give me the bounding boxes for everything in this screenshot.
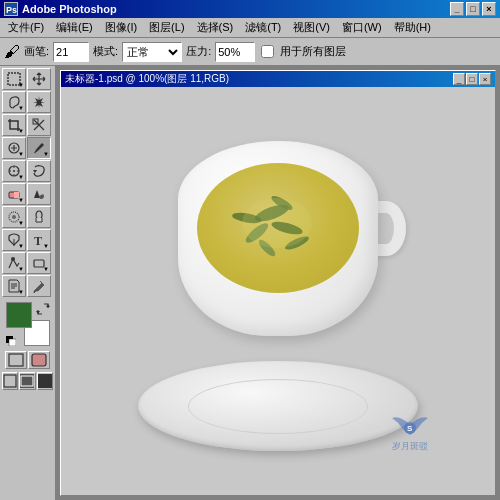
options-bar: 🖌 画笔: 模式: 正常 溶解 正片叠底 压力: 用于所有图层	[0, 38, 500, 66]
menu-filter[interactable]: 滤镜(T)	[239, 18, 287, 37]
pressure-input[interactable]	[215, 42, 255, 62]
menu-file[interactable]: 文件(F)	[2, 18, 50, 37]
watermark: S 岁月斑驳	[390, 410, 430, 453]
tool-heal[interactable]: ▼	[2, 137, 26, 159]
watermark-text: 岁月斑驳	[392, 440, 428, 453]
menu-window[interactable]: 窗口(W)	[336, 18, 388, 37]
tool-label: 画笔:	[24, 44, 49, 59]
doc-close-button[interactable]: ×	[479, 73, 491, 85]
tool-crop[interactable]: ▼	[2, 114, 26, 136]
quick-mask-button[interactable]	[28, 351, 50, 369]
canvas-image: S 岁月斑驳	[118, 121, 438, 461]
menu-layer[interactable]: 图层(L)	[143, 18, 190, 37]
brush-size-input[interactable]	[53, 42, 89, 62]
cup-body	[178, 141, 378, 336]
watermark-logo: S	[390, 410, 430, 440]
tool-history-brush[interactable]	[27, 160, 51, 182]
menu-help[interactable]: 帮助(H)	[388, 18, 437, 37]
fullscreen-menu-button[interactable]	[19, 372, 35, 390]
toolbar-row-10: ▼	[2, 275, 53, 297]
svg-text:Ps: Ps	[6, 5, 17, 15]
tool-clone[interactable]: ▼	[2, 160, 26, 182]
tool-slice[interactable]	[27, 114, 51, 136]
toolbar-row-7: ▼	[2, 206, 53, 228]
toolbar-row-8: ▼ T ▼	[2, 229, 53, 251]
doc-minimize-button[interactable]: _	[453, 73, 465, 85]
all-layers-checkbox[interactable]	[261, 45, 274, 58]
svg-point-30	[242, 198, 312, 248]
menu-view[interactable]: 视图(V)	[287, 18, 336, 37]
menu-edit[interactable]: 编辑(E)	[50, 18, 99, 37]
workspace: ▼ ▼ ▼ ▼	[0, 66, 500, 500]
tool-dodge[interactable]	[27, 206, 51, 228]
tool-marquee[interactable]: ▼	[2, 68, 26, 90]
close-button[interactable]: ×	[482, 2, 496, 16]
app-icon: Ps	[4, 2, 18, 16]
document-title: 未标器-1.psd @ 100%(图层 11,RGB)	[65, 72, 452, 86]
saucer-inner	[188, 379, 368, 434]
menu-image[interactable]: 图像(I)	[99, 18, 143, 37]
svg-rect-18	[32, 354, 46, 366]
quick-mask-row	[2, 351, 53, 369]
tool-move[interactable]	[27, 68, 51, 90]
pressure-label: 压力:	[186, 44, 211, 59]
all-layers-label: 用于所有图层	[280, 44, 346, 59]
toolbar: ▼ ▼ ▼ ▼	[0, 66, 56, 500]
title-bar-controls: _ □ ×	[450, 2, 496, 16]
toolbar-row-1: ▼	[2, 68, 53, 90]
svg-text:S: S	[407, 424, 413, 433]
minimize-button[interactable]: _	[450, 2, 464, 16]
document-content[interactable]: S 岁月斑驳	[61, 87, 495, 495]
content-area: 未标器-1.psd @ 100%(图层 11,RGB) _ □ ×	[56, 66, 500, 500]
tool-blur[interactable]: ▼	[2, 206, 26, 228]
svg-point-10	[12, 215, 16, 219]
svg-point-6	[13, 170, 15, 172]
foreground-color-swatch[interactable]	[6, 302, 32, 328]
toolbar-row-9: ▼ ▼	[2, 252, 53, 274]
screen-mode-row	[2, 372, 53, 390]
saucer	[138, 361, 418, 451]
svg-rect-17	[9, 354, 23, 366]
toolbar-row-2: ▼	[2, 91, 53, 113]
svg-rect-16	[9, 339, 16, 346]
svg-text:T: T	[34, 234, 42, 247]
menu-bar: 文件(F) 编辑(E) 图像(I) 图层(L) 选择(S) 滤镜(T) 视图(V…	[0, 18, 500, 38]
document-title-bar: 未标器-1.psd @ 100%(图层 11,RGB) _ □ ×	[61, 71, 495, 87]
tool-shape[interactable]: ▼	[27, 252, 51, 274]
tool-notes[interactable]: ▼	[2, 275, 26, 297]
swap-colors-icon[interactable]	[36, 302, 50, 316]
toolbar-row-4: ▼ ▼	[2, 137, 53, 159]
doc-maximize-button[interactable]: □	[466, 73, 478, 85]
blend-mode-select[interactable]: 正常 溶解 正片叠底	[122, 42, 182, 62]
standard-mode-button[interactable]	[5, 351, 27, 369]
menu-select[interactable]: 选择(S)	[191, 18, 240, 37]
app-title: Adobe Photoshop	[22, 3, 450, 15]
tool-magic-wand[interactable]	[27, 91, 51, 113]
title-bar: Ps Adobe Photoshop _ □ ×	[0, 0, 500, 18]
toolbar-row-5: ▼	[2, 160, 53, 182]
fullscreen-button[interactable]	[37, 372, 53, 390]
standard-screen-button[interactable]	[2, 372, 18, 390]
tool-type[interactable]: T ▼	[27, 229, 51, 251]
tea-leaves-svg	[197, 163, 359, 293]
mode-label: 模式:	[93, 44, 118, 59]
tool-lasso[interactable]: ▼	[2, 91, 26, 113]
maximize-button[interactable]: □	[466, 2, 480, 16]
toolbar-row-3: ▼	[2, 114, 53, 136]
svg-point-11	[36, 211, 42, 219]
svg-rect-22	[38, 374, 52, 388]
tool-pen[interactable]: ▼	[2, 229, 26, 251]
tool-fill[interactable]	[27, 183, 51, 205]
tea-liquid	[197, 163, 359, 293]
tool-brush[interactable]: ▼	[27, 137, 51, 159]
document-window: 未标器-1.psd @ 100%(图层 11,RGB) _ □ ×	[60, 70, 496, 496]
brush-icon: 🖌	[4, 44, 20, 60]
svg-rect-19	[4, 375, 16, 387]
tool-path-select[interactable]: ▼	[2, 252, 26, 274]
toolbar-row-6: ▼	[2, 183, 53, 205]
svg-point-13	[11, 257, 15, 261]
color-swatches	[6, 302, 50, 346]
tool-eraser[interactable]: ▼	[2, 183, 26, 205]
tool-eyedropper[interactable]	[27, 275, 51, 297]
default-colors-icon[interactable]	[6, 336, 16, 346]
